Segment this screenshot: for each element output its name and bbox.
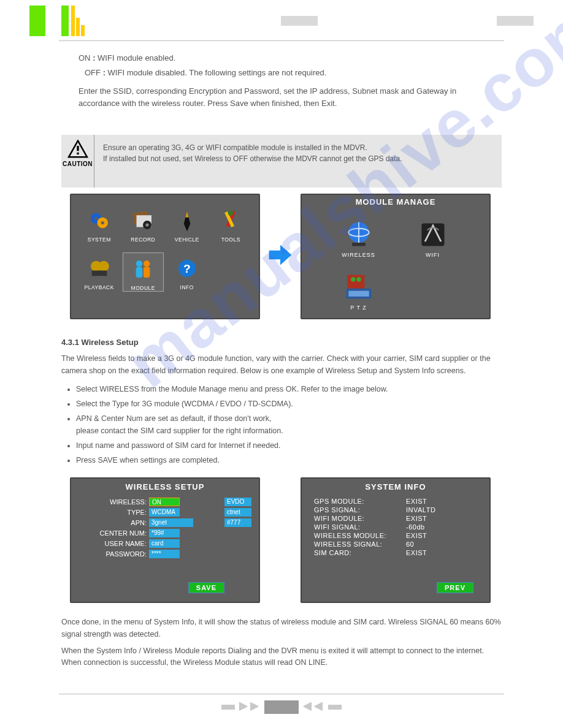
caution-icon	[67, 150, 88, 160]
svg-point-19	[136, 260, 143, 267]
svg-rect-20	[136, 267, 143, 278]
svg-point-31	[351, 277, 355, 281]
menu-item-playback[interactable]: PLAYBACK	[79, 252, 120, 292]
menu-item-vehicle[interactable]: VEHICLE	[166, 205, 208, 243]
off-description: WIFI module disabled. The following sett…	[108, 68, 327, 77]
menu-item-label: SYSTEM	[79, 237, 120, 243]
svg-rect-2	[77, 152, 79, 154]
on-description: WIFI module enabled.	[98, 53, 175, 63]
panel-title: WIRELESS SETUP	[79, 482, 251, 491]
menu-item-module[interactable]: MODULE	[123, 252, 164, 292]
closing-text: Once done, in the menu of System Info, i…	[61, 616, 502, 669]
closing-para-2: When the System Info / Wireless Module r…	[61, 645, 502, 669]
svg-rect-30	[347, 275, 364, 288]
colon: :	[103, 68, 105, 77]
ptz-icon	[340, 270, 377, 305]
ws-value-apn[interactable]: 3gnet	[149, 518, 193, 527]
module-manage-panel: MODULE MANAGE WIRELESS WIFI P T Z	[301, 194, 491, 319]
svg-rect-1	[77, 146, 79, 151]
closing-para-1: Once done, in the menu of System Info, i…	[61, 616, 502, 640]
globe-icon	[340, 218, 377, 252]
caution-label: CAUTION	[61, 161, 94, 167]
si-label: GPS MODULE:	[314, 498, 406, 505]
gear-icon	[79, 205, 120, 237]
bullet-4: Input name and password of SIM card for …	[76, 439, 502, 452]
ws-label-center: CENTER NUM:	[79, 529, 149, 537]
ws-value-user[interactable]: card	[149, 539, 180, 548]
intro-text-block: ON : WIFI module enabled. OFF : WIFI mod…	[0, 41, 563, 110]
svg-point-21	[144, 260, 150, 267]
ws-label-wireless: WIRELESS:	[79, 498, 149, 506]
si-label: SIM CARD:	[314, 549, 406, 556]
svg-point-6	[101, 221, 104, 224]
photos-icon	[123, 205, 164, 237]
ws-value-type[interactable]: WCDMA	[149, 508, 180, 517]
svg-rect-18	[92, 270, 107, 276]
menu-item-label: INFO	[166, 284, 208, 290]
svg-point-17	[98, 260, 109, 271]
menu-item-label: MODULE	[123, 285, 164, 291]
menu-item-label: VEHICLE	[166, 237, 208, 243]
caution-msg-1: Ensure an operating 3G, 4G or WIFI compa…	[103, 142, 494, 153]
module-wireless[interactable]: WIRELESS	[340, 218, 377, 258]
top-header-bar	[0, 0, 563, 37]
si-label: WIFI MODULE:	[314, 515, 406, 522]
pager-page-box	[264, 700, 299, 714]
si-value: EXIST	[406, 532, 427, 539]
question-icon: ?	[166, 252, 208, 284]
module-wifi[interactable]: WIFI	[414, 218, 451, 258]
svg-rect-34	[348, 290, 369, 296]
menu-item-label: TOOLS	[210, 237, 252, 243]
panel-title: SYSTEM INFO	[309, 482, 482, 491]
svg-marker-12	[185, 211, 188, 218]
intro-paragraph: Enter the SSID, corresponding Encryption…	[79, 85, 496, 110]
header-placeholder-right	[497, 16, 534, 26]
si-value: EXIST	[406, 515, 427, 522]
ws-value-center[interactable]: *99#	[149, 529, 180, 537]
ws-ext-777[interactable]: #777	[224, 518, 251, 527]
menu-item-label: RECORD	[123, 237, 164, 243]
si-value: EXIST	[406, 498, 427, 505]
ws-ext-ctnet[interactable]: ctnet	[224, 508, 251, 517]
module-item-label: P T Z	[340, 305, 377, 311]
film-icon	[79, 252, 120, 284]
save-button[interactable]: SAVE	[188, 582, 224, 593]
pen-icon	[166, 205, 208, 237]
menu-item-info[interactable]: ? INFO	[166, 252, 208, 292]
svg-marker-25	[269, 245, 292, 265]
arrow-right-icon	[266, 241, 294, 271]
module-item-label: WIRELESS	[340, 252, 377, 258]
ws-value-pass[interactable]: ****	[149, 550, 180, 558]
menu-item-system[interactable]: SYSTEM	[79, 205, 120, 243]
svg-rect-22	[144, 267, 150, 278]
off-label: OFF	[85, 68, 101, 77]
si-value: EXIST	[406, 549, 427, 556]
prev-button[interactable]: PREV	[437, 582, 473, 593]
si-value: -60db	[406, 523, 425, 531]
ws-label-pass: PASSWORD:	[79, 550, 149, 558]
caution-msg-2: If installed but not used, set Wireless …	[103, 153, 494, 164]
si-label: WIRELESS SIGNAL:	[314, 540, 406, 548]
ws-label-type: TYPE:	[79, 509, 149, 516]
svg-point-32	[356, 277, 361, 281]
module-item-label: WIFI	[414, 252, 451, 258]
bullet-5: Press SAVE when settings are completed.	[76, 454, 502, 466]
bullet-2: Select the Type for 3G module (WCDMA / E…	[76, 398, 502, 410]
section-paragraph: The Wireless fields to make a 3G or 4G m…	[61, 352, 502, 377]
ws-ext-evdo[interactable]: EVDO	[224, 498, 251, 506]
module-ptz[interactable]: P T Z	[340, 270, 377, 311]
ws-label-user: USER NAME:	[79, 540, 149, 547]
footer-pager: ⯈⯈ ⯇⯇	[0, 700, 563, 726]
svg-point-10	[146, 223, 149, 226]
menu-item-record[interactable]: RECORD	[123, 205, 164, 243]
main-menu-panel: SYSTEM RECORD VEHICLE TOOL	[70, 194, 260, 319]
wireless-setup-section: 4.3.1 Wireless Setup The Wireless fields…	[61, 336, 502, 467]
ws-value-wireless[interactable]: ON	[149, 498, 180, 506]
on-label: ON	[79, 53, 91, 63]
pager-seg-left	[221, 705, 235, 710]
wireless-setup-panel: WIRELESS SETUP WIRELESS: ON EVDO TYPE: W…	[70, 477, 260, 603]
si-label: WIFI SIGNAL:	[314, 523, 406, 531]
footer-rule	[59, 694, 504, 694]
menu-item-tools[interactable]: TOOLS	[210, 205, 252, 243]
si-value: 60	[406, 540, 414, 548]
